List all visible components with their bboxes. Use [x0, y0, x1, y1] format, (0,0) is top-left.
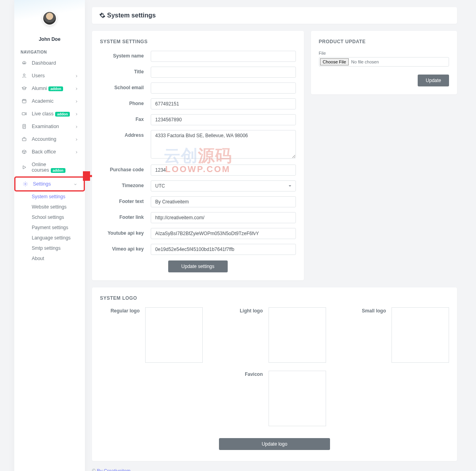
sidebar-item-live-class[interactable]: Live classaddon [14, 107, 85, 120]
box-icon [21, 149, 28, 155]
youtube-api-input[interactable] [151, 228, 296, 239]
label-purchase-code: Purchase code [100, 165, 151, 172]
sidebar-item-label: Accounting [32, 136, 75, 142]
caret-down-icon [288, 184, 292, 188]
sidebar-item-label: Dashboard [32, 60, 79, 66]
label-vimeo: Vimeo api key [100, 244, 151, 252]
label-youtube: Youtube api key [100, 228, 151, 236]
nav-section-title: NAVIGATION [14, 42, 85, 57]
sidebar-item-label: Settings [33, 181, 73, 187]
school-email-input[interactable] [151, 82, 296, 94]
sub-item-website-settings[interactable]: Website settings [32, 202, 85, 212]
file-status: No file chosen [351, 59, 379, 64]
avatar[interactable] [42, 11, 57, 25]
graduation-icon [21, 86, 28, 91]
file-input[interactable]: Choose File No file chosen [319, 57, 449, 67]
sub-item-language-settings[interactable]: Language settings [32, 233, 85, 243]
chevron-right-icon [75, 112, 79, 116]
file-label: File [319, 51, 449, 56]
label-small-logo: Small logo [346, 307, 386, 314]
chevron-down-icon [73, 182, 77, 186]
system-name-input[interactable] [151, 51, 296, 62]
timezone-value: UTC [155, 183, 165, 189]
system-logo-card: SYSTEM LOGO Regular logo Light logo Smal… [92, 287, 457, 461]
sidebar-item-accounting[interactable]: Accounting [14, 133, 85, 146]
label-title: Title [100, 67, 151, 75]
phone-input[interactable] [151, 98, 296, 109]
sub-item-about[interactable]: About [32, 253, 85, 264]
update-logo-button[interactable]: Update logo [219, 438, 330, 450]
sidebar-item-users[interactable]: Users [14, 69, 85, 82]
choose-file-button[interactable]: Choose File [320, 58, 349, 65]
document-icon [21, 124, 28, 129]
sidebar-header [14, 0, 85, 24]
fax-input[interactable] [151, 114, 296, 125]
sidebar-item-settings[interactable]: Settings [14, 176, 85, 191]
sidebar-item-alumni[interactable]: Alumniaddon [14, 82, 85, 95]
svg-rect-4 [22, 138, 26, 141]
chevron-right-icon [75, 150, 79, 154]
main-content: System settings SYSTEM SETTINGS System n… [92, 0, 476, 471]
footer-link[interactable]: By Creativeitem [97, 468, 131, 471]
regular-logo-upload[interactable] [145, 307, 203, 363]
light-logo-upload[interactable] [269, 307, 326, 363]
footer-text-input[interactable] [151, 196, 296, 207]
calendar-icon [21, 98, 28, 104]
product-update-card: PRODUCT UPDATE File Choose File No file … [311, 31, 457, 94]
label-fax: Fax [100, 114, 151, 122]
svg-point-0 [23, 74, 25, 76]
update-settings-button[interactable]: Update settings [168, 260, 228, 272]
sub-item-payment-settings[interactable]: Payment settings [32, 222, 85, 233]
label-footer-link: Footer link [100, 212, 151, 220]
sub-item-school-settings[interactable]: School settings [32, 212, 85, 222]
sidebar-item-label: Live class [32, 111, 54, 117]
sidebar-item-label: Examination [32, 124, 75, 129]
title-input[interactable] [151, 67, 296, 78]
update-button[interactable]: Update [418, 75, 449, 86]
sidebar-item-label: Back office [32, 149, 75, 155]
chevron-right-icon [75, 86, 79, 90]
label-footer-text: Footer text [100, 196, 151, 204]
chevron-right-icon [75, 74, 79, 78]
favicon-upload[interactable] [269, 371, 326, 426]
timezone-select[interactable]: UTC [151, 180, 296, 191]
label-timezone: Timezone [100, 180, 151, 188]
sidebar-item-online-courses[interactable]: Online coursesaddon [14, 158, 85, 176]
addon-badge: addon [51, 168, 65, 173]
sidebar-item-dashboard[interactable]: Dashboard [14, 57, 85, 69]
footer-link-input[interactable] [151, 212, 296, 223]
purchase-code-input[interactable] [151, 165, 296, 176]
small-logo-upload[interactable] [392, 307, 449, 363]
video-icon [21, 111, 28, 117]
card-title: SYSTEM LOGO [100, 295, 449, 301]
chevron-right-icon [75, 137, 79, 141]
page-header: System settings [92, 7, 457, 24]
label-regular-logo: Regular logo [100, 307, 140, 314]
sidebar-item-academic[interactable]: Academic [14, 95, 85, 107]
sub-item-system-settings[interactable]: System settings [32, 191, 85, 202]
dashboard-icon [21, 60, 28, 66]
sidebar-item-label: Users [32, 73, 75, 78]
svg-rect-2 [22, 113, 25, 115]
label-system-name: System name [100, 51, 151, 59]
address-input[interactable]: 4333 Factoria Blvd SE, Bellevue, WA 9800… [151, 130, 296, 159]
label-phone: Phone [100, 98, 151, 106]
page-footer: © By Creativeitem [92, 461, 457, 471]
sidebar-item-back-office[interactable]: Back office [14, 146, 85, 158]
addon-badge: addon [48, 86, 63, 91]
sub-item-smtp-settings[interactable]: Smtp settings [32, 243, 85, 253]
sidebar: John Doe NAVIGATION Dashboard Users Alum… [14, 0, 85, 471]
sidebar-item-examination[interactable]: Examination [14, 120, 85, 133]
label-address: Address [100, 130, 151, 138]
vimeo-api-input[interactable] [151, 244, 296, 255]
user-icon [21, 73, 28, 78]
card-title: SYSTEM SETTINGS [100, 39, 296, 44]
user-name: John Doe [14, 36, 85, 42]
page-title: System settings [107, 12, 156, 19]
footer-copy: © [92, 468, 97, 471]
svg-point-5 [25, 183, 26, 185]
sidebar-item-label: Academic [32, 98, 75, 104]
sidebar-item-label: Online courses [32, 162, 49, 173]
gear-icon [99, 12, 106, 19]
label-school-email: School email [100, 82, 151, 90]
